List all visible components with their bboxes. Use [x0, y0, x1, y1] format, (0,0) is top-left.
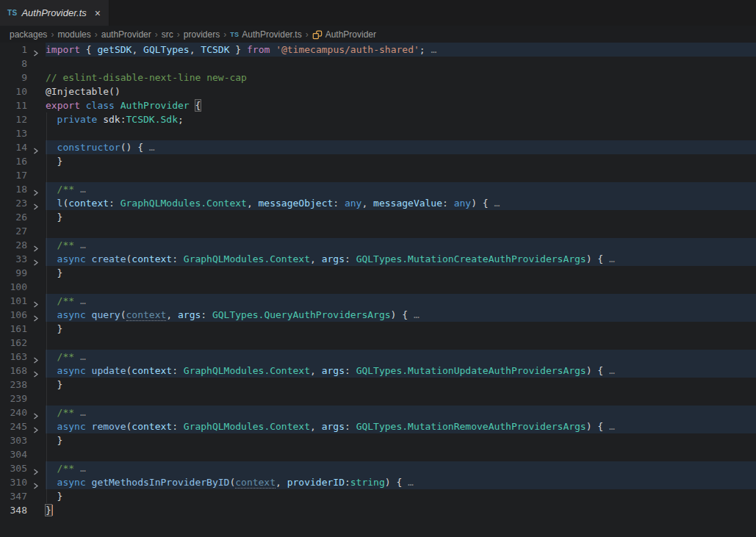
fold-chevron-icon[interactable] [33, 298, 39, 304]
breadcrumb-item-modules[interactable]: modules [57, 29, 90, 40]
tab-authprovider[interactable]: TS AuthProvider.ts × [0, 0, 109, 26]
fold-chevron-icon[interactable] [33, 409, 39, 416]
code-line-245[interactable]: 245async remove(context: GraphQLModules.… [0, 419, 756, 433]
folded-code-ellipsis[interactable]: … [414, 309, 420, 320]
token-kw2: async [57, 421, 86, 432]
token-type: GQLTypes.MutationUpdateAuthProvidersArgs [356, 365, 586, 376]
token-cmt: // eslint-disable-next-line new-cap [46, 72, 247, 83]
code-line-28[interactable]: 28/** … [0, 238, 756, 252]
breadcrumb-item-authprovider-dir[interactable]: authProvider [101, 29, 151, 40]
code-line-11[interactable]: 11export class AuthProvider { [0, 98, 756, 112]
breadcrumb-item-providers[interactable]: providers [184, 29, 220, 40]
code-line-23[interactable]: 23l(context: GraphQLModules.Context, mes… [0, 196, 756, 210]
code-line-1[interactable]: 1import { getSDK, GQLTypes, TCSDK } from… [0, 43, 756, 57]
close-icon[interactable]: × [93, 7, 103, 20]
code-line-33[interactable]: 33async create(context: GraphQLModules.C… [0, 252, 756, 266]
folded-code-ellipsis[interactable]: … [80, 239, 86, 251]
line-number: 12 [0, 112, 27, 126]
fold-chevron-icon[interactable] [33, 479, 39, 486]
token-fn: create [92, 253, 126, 264]
code-text: } [46, 266, 62, 280]
code-line-17[interactable]: 17 [0, 168, 756, 182]
folded-code-ellipsis[interactable]: … [80, 184, 86, 195]
fold-chevron-icon[interactable] [33, 242, 39, 248]
folded-code-ellipsis[interactable]: … [494, 198, 500, 209]
token-type: GraphQLModules.Context [184, 365, 310, 376]
code-line-304[interactable]: 304 [0, 447, 756, 461]
fold-chevron-icon[interactable] [33, 311, 39, 318]
code-line-162[interactable]: 162 [0, 336, 756, 350]
code-line-14[interactable]: 14constructor() { … [0, 140, 756, 154]
folded-code-ellipsis[interactable]: … [408, 477, 414, 488]
breadcrumb-item-src[interactable]: src [162, 29, 173, 40]
code-text: /** … [46, 406, 86, 419]
code-line-26[interactable]: 26} [0, 210, 756, 224]
code-line-310[interactable]: 310async getMethodsInProviderByID(contex… [0, 475, 756, 489]
code-text: /** … [46, 238, 86, 252]
folded-code-ellipsis[interactable]: … [609, 365, 615, 376]
code-editor[interactable]: 1import { getSDK, GQLTypes, TCSDK } from… [0, 43, 756, 537]
token-pun: , [310, 421, 322, 432]
folded-code-ellipsis[interactable]: … [149, 142, 155, 153]
fold-chevron-icon[interactable] [33, 367, 39, 374]
token-dim: context [126, 309, 167, 321]
fold-chevron-icon[interactable] [33, 423, 39, 430]
code-text: import { getSDK, GQLTypes, TCSDK } from … [46, 43, 436, 57]
code-line-347[interactable]: 347} [0, 489, 756, 503]
code-line-305[interactable]: 305/** … [0, 461, 756, 475]
folded-code-ellipsis[interactable]: … [80, 463, 86, 474]
line-number: 100 [0, 280, 27, 294]
code-line-100[interactable]: 100 [0, 280, 756, 294]
code-line-163[interactable]: 163/** … [0, 350, 756, 364]
code-line-238[interactable]: 238} [0, 378, 756, 392]
token-cmt: /** [57, 239, 80, 251]
class-symbol-icon [312, 29, 323, 40]
fold-chevron-icon[interactable] [33, 144, 39, 151]
code-line-12[interactable]: 12private sdk:TCSDK.Sdk; [0, 112, 756, 126]
code-line-99[interactable]: 99} [0, 266, 756, 280]
token-kw2: any [454, 198, 471, 209]
line-number: 17 [0, 168, 27, 182]
fold-chevron-icon[interactable] [33, 46, 39, 53]
fold-chevron-icon[interactable] [33, 186, 39, 192]
folded-code-ellipsis[interactable]: … [80, 351, 86, 362]
folded-code-ellipsis[interactable]: … [609, 253, 615, 264]
code-line-161[interactable]: 161} [0, 322, 756, 336]
code-line-13[interactable]: 13 [0, 126, 756, 140]
token-pun: ; [420, 44, 431, 55]
fold-chevron-icon[interactable] [33, 465, 39, 472]
fold-chevron-icon[interactable] [33, 200, 39, 206]
code-line-10[interactable]: 10@Injectable() [0, 84, 756, 98]
breadcrumb-item-packages[interactable]: packages [10, 29, 47, 40]
token-pun: } [57, 212, 63, 223]
folded-code-ellipsis[interactable]: … [80, 295, 86, 306]
folded-code-ellipsis[interactable]: … [609, 421, 615, 432]
code-line-18[interactable]: 18/** … [0, 182, 756, 196]
code-line-8[interactable]: 8 [0, 57, 756, 71]
token-pun: ) { [586, 365, 609, 376]
folded-code-ellipsis[interactable]: … [80, 407, 86, 418]
token-pun: : [333, 198, 345, 209]
token-var: GQLTypes [143, 44, 190, 55]
code-line-168[interactable]: 168async update(context: GraphQLModules.… [0, 364, 756, 378]
code-line-27[interactable]: 27 [0, 224, 756, 238]
code-line-16[interactable]: 16} [0, 154, 756, 168]
folded-code-ellipsis[interactable]: … [431, 44, 436, 55]
code-line-348[interactable]: 348} [0, 503, 756, 517]
code-line-101[interactable]: 101/** … [0, 294, 756, 308]
token-pun: () { [120, 142, 149, 153]
breadcrumb-item-file[interactable]: TS AuthProvider.ts [230, 29, 301, 40]
token-fn: remove [92, 421, 126, 432]
code-line-9[interactable]: 9// eslint-disable-next-line new-cap [0, 71, 756, 84]
code-line-106[interactable]: 106async query(context, args: GQLTypes.Q… [0, 308, 756, 322]
token-kw1: from [247, 44, 270, 55]
token-dim: context [235, 477, 276, 489]
fold-chevron-icon[interactable] [33, 256, 39, 262]
breadcrumb-item-class-symbol[interactable]: AuthProvider [312, 29, 376, 40]
code-line-303[interactable]: 303} [0, 433, 756, 447]
code-line-239[interactable]: 239 [0, 392, 756, 406]
line-number: 304 [0, 447, 27, 461]
token-pun [86, 309, 92, 320]
code-line-240[interactable]: 240/** … [0, 406, 756, 419]
fold-chevron-icon[interactable] [33, 353, 39, 360]
